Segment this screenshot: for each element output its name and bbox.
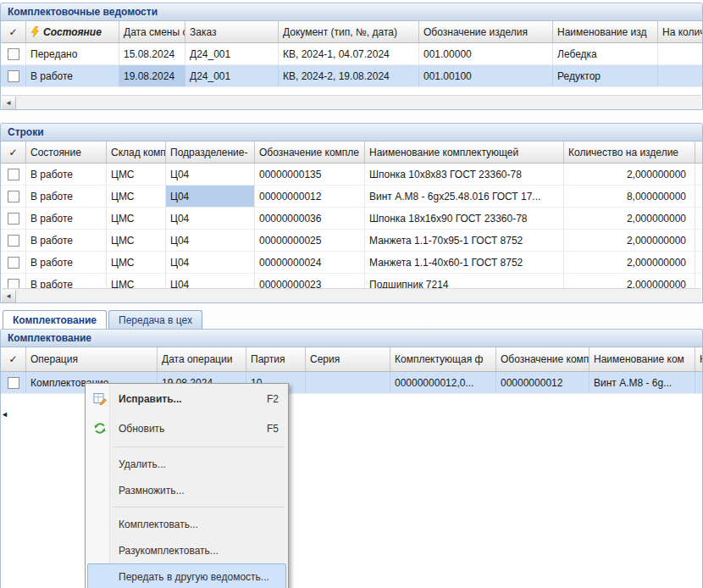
cell-extra[interactable] [695,230,703,251]
cell-state[interactable]: В работе [26,252,107,273]
col-product-name[interactable]: Наименование изд [553,21,658,42]
table-row[interactable]: В работе ЦМС Ц04 00000000012 Винт А.М8 -… [1,186,702,208]
row-checkbox[interactable] [1,230,26,251]
col-series[interactable]: Серия [306,347,390,371]
cell-designation[interactable]: 00000000135 [255,164,365,185]
cell-qty[interactable] [658,43,703,64]
menu-item-razukomplektovat[interactable]: Разукомплектовать... [87,537,286,563]
cell-date[interactable]: 15.08.2024 [119,43,185,64]
table-row-selected[interactable]: В работе 19.08.2024 Д24_001 КВ, 2024-2, … [1,65,702,87]
checkbox[interactable] [8,191,19,202]
col-extra[interactable] [695,141,703,163]
cell-name[interactable]: Шпонка 18x16x90 ГОСТ 23360-78 [365,208,564,229]
cell-designation[interactable]: 00000000024 [255,252,365,273]
row-checkbox[interactable] [1,43,26,64]
cell-extra[interactable] [695,252,703,273]
cell-component[interactable]: 00000000012,0... [390,372,496,393]
cell-qty[interactable]: 2,000000000 [564,164,695,185]
checkbox[interactable] [8,70,19,82]
cell-qty[interactable] [695,372,703,393]
cell-designation[interactable]: 00000000036 [255,208,365,229]
col-name[interactable]: Наименование ком [590,347,695,371]
cell-warehouse[interactable]: ЦМС [107,186,166,207]
table-row[interactable]: В работе ЦМС Ц04 00000000135 Шпонка 10x8… [1,164,702,186]
cell-extra[interactable] [695,208,703,229]
cell-name[interactable]: Манжета 1.1-70x95-1 ГОСТ 8752 [365,230,564,251]
col-department[interactable]: Подразделение- [166,141,255,163]
cell-department[interactable]: Ц04 [166,252,255,273]
col-check[interactable]: ✓ [1,141,26,163]
cell-designation[interactable]: 001.00100 [419,65,553,86]
col-component[interactable]: Комплектующая ф [390,347,496,371]
cell-state[interactable]: Передано [26,43,119,64]
checkbox[interactable] [8,48,19,60]
checkbox[interactable] [8,169,19,180]
checkbox[interactable] [8,235,19,247]
row-checkbox[interactable] [1,186,26,207]
col-designation[interactable]: Обозначение компле [255,141,365,163]
cell-name[interactable]: Редуктор [553,65,658,86]
cell-state[interactable]: В работе [26,186,107,207]
cell-series[interactable] [306,372,390,393]
menu-item-komplektovat[interactable]: Комплектовать... [87,511,286,537]
col-qty[interactable]: К [695,347,703,371]
cell-designation[interactable]: 00000000025 [255,230,365,251]
menu-item-edit[interactable]: Исправить... F2 [87,384,286,413]
cell-state[interactable]: В работе [26,65,119,86]
horizontal-scrollbar[interactable]: ◄ [2,288,701,302]
cell-designation[interactable]: 00000000012 [255,186,365,207]
table-row[interactable]: В работе ЦМС Ц04 00000000036 Шпонка 18x1… [1,208,702,230]
cell-warehouse[interactable]: ЦМС [107,230,166,251]
menu-item-transfer-to-other-list[interactable]: Передать в другую ведомость... [87,563,286,588]
cell-order[interactable]: Д24_001 [185,43,279,64]
menu-item-delete[interactable]: Удалить... [87,451,286,477]
row-checkbox[interactable] [1,65,26,86]
cell-name[interactable]: Лебедка [553,43,658,64]
col-state-date[interactable]: Дата смены сост [119,21,185,42]
col-check[interactable]: ✓ [1,21,26,42]
checkbox[interactable] [8,377,19,389]
col-state[interactable]: Состояние [26,21,119,42]
cell-qty[interactable]: 2,000000000 [564,208,695,229]
col-designation[interactable]: Обозначение комп [496,347,590,371]
scroll-left-arrow-fragment[interactable]: ◄ [1,410,8,419]
col-check[interactable]: ✓ [1,347,26,371]
cell-department[interactable]: Ц04 [166,208,255,229]
cell-department-focused[interactable]: Ц04 [166,186,255,207]
cell-state[interactable]: В работе [26,208,107,229]
cell-document[interactable]: КВ, 2024-1, 04.07.2024 [279,43,419,64]
col-component-name[interactable]: Наименование комплектующей [365,141,564,163]
menu-item-duplicate[interactable]: Размножить... [87,477,286,503]
col-warehouse[interactable]: Склад комп [107,141,166,163]
cell-warehouse[interactable]: ЦМС [107,164,166,185]
cell-warehouse[interactable]: ЦМС [107,208,166,229]
table-row[interactable]: Передано 15.08.2024 Д24_001 КВ, 2024-1, … [1,43,702,65]
cell-name[interactable]: Винт А.М8 - 6gх25.48.016 ГОСТ 17... [365,186,564,207]
col-qty[interactable]: На колич [658,21,703,42]
cell-name[interactable]: Манжета 1.1-40x60-1 ГОСТ 8752 [365,252,564,273]
cell-state[interactable]: В работе [26,164,107,185]
cell-date-focused[interactable]: 19.08.2024 [119,65,185,86]
cell-designation[interactable]: 00000000012 [496,372,590,393]
cell-order[interactable]: Д24_001 [185,65,279,86]
checkbox[interactable] [8,213,19,225]
cell-department[interactable]: Ц04 [166,164,255,185]
scroll-left-button[interactable]: ◄ [2,290,16,302]
cell-name[interactable]: Винт А.М8 - 6g... [590,372,695,393]
menu-item-refresh[interactable]: Обновить F5 [87,413,286,443]
cell-designation[interactable]: 001.00000 [419,43,553,64]
cell-state[interactable]: В работе [26,230,107,251]
row-checkbox[interactable] [1,252,26,273]
row-checkbox[interactable] [1,164,26,185]
horizontal-scrollbar[interactable]: ◄ [2,95,701,109]
cell-extra[interactable] [695,186,703,207]
tab-komplektovanie[interactable]: Комплектование [3,310,107,329]
col-product-designation[interactable]: Обозначение изделия [419,21,553,42]
cell-qty[interactable]: 2,000000000 [564,252,695,273]
cell-extra[interactable] [695,164,703,185]
cell-qty[interactable]: 2,000000000 [564,230,695,251]
col-order[interactable]: Заказ [185,21,279,42]
tab-peredacha-v-tseh[interactable]: Передача в цех [108,310,202,329]
table-row[interactable]: В работе ЦМС Ц04 00000000024 Манжета 1.1… [1,252,702,274]
cell-document[interactable]: КВ, 2024-2, 19.08.2024 [279,65,419,86]
